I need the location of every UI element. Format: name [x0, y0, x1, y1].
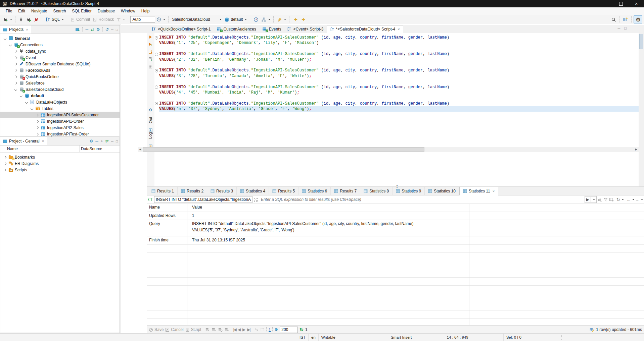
explain-plan-button[interactable] [147, 63, 154, 70]
expand-filter-icon[interactable] [254, 197, 258, 202]
first-row-icon[interactable]: |◀ [233, 327, 236, 332]
tab-results-1[interactable]: Results 1 [148, 187, 178, 195]
cancel-button[interactable]: Cancel [165, 327, 183, 332]
menu-navigate[interactable]: Navigate [28, 8, 50, 14]
link-editor-icon[interactable]: ⇄ [91, 27, 94, 32]
fetch-next-page-icon[interactable] [254, 328, 259, 332]
commit-button[interactable]: Commit [69, 16, 91, 23]
menu-edit[interactable]: Edit [15, 8, 28, 14]
tab-project-general[interactable]: Project - General × [0, 137, 47, 145]
settings-gear-icon[interactable]: ⚙ [96, 27, 100, 32]
tab-salesforcedatacloud-script4[interactable]: *<SalesforceDataCloud> Script-4 × [327, 25, 403, 33]
fold-collapse-icon[interactable] [155, 86, 158, 89]
tab-statistics-10[interactable]: Statistics 10 [425, 187, 459, 195]
menu-search[interactable]: Search [50, 8, 69, 14]
tab-statistics-8[interactable]: Statistics 8 [360, 187, 393, 195]
auto-refresh-icon[interactable]: ↻ [300, 327, 304, 332]
tree-item-bookmarks[interactable]: ★ Bookmarks [0, 154, 120, 160]
tree-item-ingestionapi2-sales[interactable]: IngestionAPI2-Sales [0, 124, 120, 131]
previous-row-icon[interactable]: ◀ [238, 327, 241, 332]
log-side-tab[interactable]: Log [147, 133, 154, 138]
column-header-value[interactable]: Value [189, 204, 202, 210]
minimize-view-icon[interactable]: ─ [111, 139, 113, 143]
chevron-down-icon[interactable] [268, 19, 270, 20]
status-caret-position[interactable]: 14 : 64 : 949 [444, 334, 504, 341]
column-name[interactable]: Name [0, 146, 80, 152]
status-insert-mode[interactable]: Smart Insert [388, 334, 444, 341]
expander-icon[interactable] [31, 107, 33, 110]
expander-icon[interactable] [25, 101, 28, 103]
chevron-down-icon[interactable] [641, 199, 643, 200]
tree-item-ingestionapi-salescustomer[interactable]: IngestionAPI-SalesCustomer [0, 112, 120, 118]
editor-settings-gear-icon[interactable]: ⚙ [147, 106, 154, 114]
sql-line[interactable]: VALUES('3', '28', 'Toronto', 'Canada', '… [159, 73, 639, 79]
scrollbar-thumb[interactable] [143, 147, 424, 152]
expander-icon[interactable] [9, 43, 12, 46]
save-button[interactable]: Save [149, 327, 164, 332]
expander-icon[interactable] [20, 94, 22, 97]
menu-help[interactable]: Help [138, 8, 153, 14]
disconnect-button[interactable] [33, 16, 40, 23]
next-editor-button[interactable] [300, 16, 308, 23]
applied-filter-chip[interactable]: INSERT INTO "default".DataLakeObjects."I… [154, 196, 252, 203]
grid-empty-row[interactable] [147, 261, 644, 270]
expander-icon[interactable] [14, 50, 17, 52]
tab-results-2[interactable]: Results 2 [178, 187, 207, 195]
settings-gear-icon[interactable]: ⚙ [90, 139, 93, 143]
execute-in-new-tab-button[interactable]: + [147, 41, 154, 48]
schema-selector[interactable]: default [223, 16, 248, 23]
sql-line[interactable] [159, 95, 639, 101]
expander-icon[interactable] [14, 56, 17, 59]
fetch-size-input[interactable] [280, 327, 298, 333]
tab-results-3[interactable]: Results 3 [207, 187, 237, 195]
expander-icon[interactable] [14, 75, 17, 78]
rollback-button[interactable]: Rollback [91, 16, 115, 23]
tab-statistics-6[interactable]: Statistics 6 [298, 187, 331, 195]
chevron-down-icon[interactable] [284, 19, 286, 20]
execute-script-new-tab-button[interactable]: + [147, 55, 154, 63]
status-selection[interactable]: Sel: 0 | 0 [504, 334, 541, 341]
sql-line[interactable]: VALUES('1', '25', 'Copenhagen', 'Denmark… [159, 40, 639, 46]
maximize-view-icon[interactable]: □ [116, 28, 118, 32]
expander-icon[interactable] [36, 132, 39, 135]
close-icon[interactable]: × [493, 189, 495, 193]
tree-item-ingestionapi1-order[interactable]: IngestionAPI1-Order [0, 118, 120, 124]
tree-item-cvent[interactable]: ✓ Cvent [0, 54, 120, 61]
sql-line[interactable] [159, 46, 639, 51]
sql-line[interactable] [159, 79, 639, 84]
vertical-scrollbar[interactable] [639, 33, 644, 186]
transaction-mode-button[interactable] [115, 16, 126, 23]
expand-all-icon[interactable]: + [101, 139, 103, 144]
execute-statement-button[interactable] [147, 33, 154, 41]
edit-connection-button[interactable] [25, 16, 33, 23]
refresh-results-icon[interactable]: ↻ [616, 197, 620, 202]
duplicate-row-icon[interactable] [218, 328, 223, 332]
minimize-window-button[interactable]: ─ [598, 0, 613, 7]
tab-results-7[interactable]: Results 7 [331, 187, 360, 195]
scroll-right-icon[interactable]: ▶ [634, 148, 639, 151]
tree-item-dbeaver-sample[interactable]: DBeaver Sample Database (SQLite) [0, 61, 120, 67]
script-button[interactable]: Script [185, 327, 201, 332]
link-editor-icon[interactable]: ⇄ [105, 139, 109, 144]
tree-item-salesforce[interactable]: Salesforce [0, 80, 120, 86]
sql-line[interactable]: INSERT INTO "default".DataLakeObjects."I… [159, 35, 639, 40]
filter-settings-icon[interactable] [603, 197, 608, 202]
sql-line[interactable]: INSERT INTO "default".DataLakeObjects."I… [159, 68, 639, 73]
apply-filter-button[interactable]: ▶ [585, 196, 597, 203]
previous-result-icon[interactable]: ← [627, 197, 631, 202]
tab-statistics-11[interactable]: Statistics 11× [459, 187, 498, 195]
grid-row-updated-rows[interactable]: Updated Rows 1 [147, 212, 644, 220]
new-connection-button[interactable]: + [2, 16, 13, 23]
sql-line[interactable]: INSERT INTO "default".DataLakeObjects."I… [159, 101, 639, 106]
connect-button[interactable] [17, 16, 25, 23]
tree-item-general[interactable]: General [0, 35, 120, 42]
tree-item-facebookads[interactable]: FacebookAds [0, 67, 120, 73]
menu-database[interactable]: Database [95, 8, 118, 14]
chevron-down-icon[interactable] [62, 19, 64, 20]
auto-commit-combo[interactable]: Auto [130, 16, 155, 23]
close-icon[interactable]: × [42, 139, 44, 143]
expander-icon[interactable] [14, 81, 17, 84]
new-view-icon[interactable]: + [75, 27, 80, 32]
sql-line[interactable]: INSERT INTO "default".DataLakeObjects."I… [159, 84, 639, 90]
minimize-view-icon[interactable]: ─ [618, 26, 620, 30]
